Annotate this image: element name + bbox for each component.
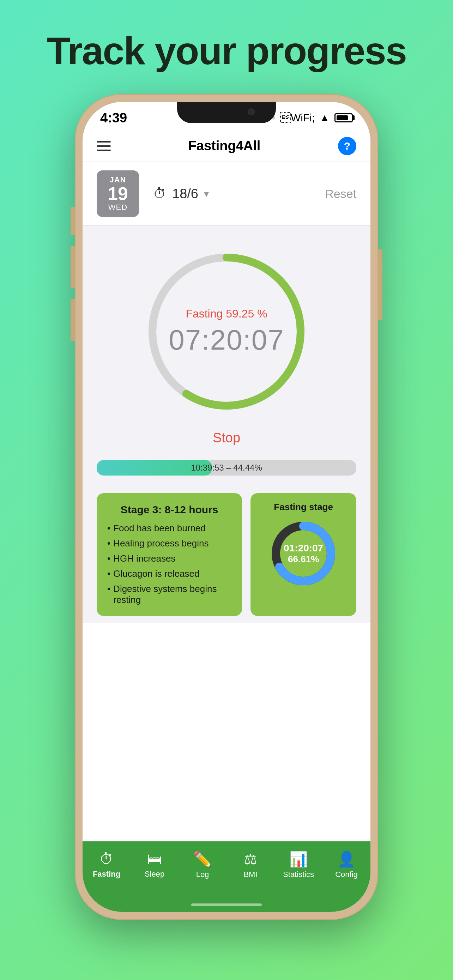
side-button-power [378, 250, 382, 320]
notch [177, 102, 276, 123]
progress-label: 10:39:53 – 44.44% [191, 463, 262, 473]
date-badge: JAN 19 WED [97, 170, 139, 217]
help-button[interactable]: ? [338, 137, 356, 155]
side-button-volume-down [71, 299, 75, 341]
phone-shell: 4:39 WiFi; ▲ Fasting4All ? [75, 94, 378, 920]
nav-label-config: Config [335, 870, 358, 879]
bottom-nav: ⏱ Fasting 🛏 Sleep ✏️ Log ⚖ BMI 📊 Statist… [83, 842, 370, 898]
progress-section: 10:39:53 – 44.44% [83, 460, 370, 486]
donut-center: 01:20:07 66.61% [284, 542, 323, 565]
wifi-icon: WiFi; [280, 112, 315, 124]
nav-label-fasting: Fasting [93, 870, 120, 879]
content-spacer [83, 623, 370, 842]
stage-section: Stage 3: 8-12 hours Food has been burned… [83, 486, 370, 623]
nav-label-bmi: BMI [243, 870, 257, 879]
front-camera [248, 108, 255, 115]
battery-icon [334, 113, 353, 123]
nav-item-config[interactable]: 👤 Config [323, 847, 370, 879]
date-dow: WED [104, 203, 132, 212]
chevron-down-icon: ▾ [204, 188, 209, 200]
date-protocol-row: JAN 19 WED ⏱ 18/6 ▾ Reset [83, 162, 370, 226]
timer-icon: ⏱ [153, 186, 167, 201]
nav-item-statistics[interactable]: 📊 Statistics [275, 847, 323, 879]
side-button-silent [71, 207, 75, 235]
stop-button[interactable]: Stop [213, 430, 240, 445]
fasting-percent: Fasting 59.25 % [186, 307, 267, 320]
fasting-icon: ⏱ [99, 851, 114, 867]
timer-section: Fasting 59.25 % 07:20:07 Stop [83, 226, 370, 460]
list-item: Digestive systems begins resting [107, 584, 231, 605]
nav-label-log: Log [196, 870, 209, 879]
circle-inner: Fasting 59.25 % 07:20:07 [168, 307, 284, 356]
donut-pct: 66.61% [284, 554, 323, 565]
app-title: Fasting4All [188, 138, 261, 153]
stage-donut: 01:20:07 66.61% [268, 518, 339, 589]
protocol-value: 18/6 [172, 186, 198, 201]
stage-info-card: Stage 3: 8-12 hours Food has been burned… [97, 493, 242, 616]
top-nav: Fasting4All ? [83, 130, 370, 162]
progress-bar: 10:39:53 – 44.44% [97, 460, 356, 476]
home-bar [191, 904, 262, 906]
stage-list: Food has been burned Healing process beg… [107, 523, 231, 605]
wifi-icon2: ▲ [319, 112, 329, 124]
headline: Track your progress [46, 28, 407, 73]
donut-time: 01:20:07 [284, 542, 323, 554]
status-time: 4:39 [100, 110, 127, 126]
protocol-selector[interactable]: ⏱ 18/6 ▾ [153, 186, 209, 201]
side-button-volume-up [71, 246, 75, 288]
reset-button[interactable]: Reset [325, 187, 356, 201]
list-item: Glucagon is released [107, 568, 231, 579]
nav-item-fasting[interactable]: ⏱ Fasting [83, 847, 130, 879]
nav-item-sleep[interactable]: 🛏 Sleep [130, 847, 178, 879]
menu-button[interactable] [97, 141, 111, 151]
nav-item-log[interactable]: ✏️ Log [178, 847, 227, 879]
list-item: Food has been burned [107, 523, 231, 534]
list-item: HGH increases [107, 553, 231, 564]
bmi-icon: ⚖ [244, 851, 257, 868]
nav-label-statistics: Statistics [283, 870, 314, 879]
nav-item-bmi[interactable]: ⚖ BMI [227, 847, 275, 879]
statistics-icon: 📊 [289, 851, 308, 868]
config-icon: 👤 [337, 851, 356, 868]
phone-screen: 4:39 WiFi; ▲ Fasting4All ? [83, 102, 370, 912]
stage-title: Stage 3: 8-12 hours [107, 504, 231, 516]
sleep-icon: 🛏 [147, 851, 162, 867]
timer-display: 07:20:07 [168, 324, 284, 356]
log-icon: ✏️ [193, 851, 212, 868]
list-item: Healing process begins [107, 538, 231, 549]
circle-timer: Fasting 59.25 % 07:20:07 [138, 243, 315, 420]
stage-donut-title: Fasting stage [274, 502, 333, 512]
stage-donut-card: Fasting stage 01:20:07 66.61% [251, 493, 356, 616]
nav-label-sleep: Sleep [145, 870, 164, 879]
home-indicator [83, 898, 370, 912]
date-day: 19 [104, 185, 132, 203]
